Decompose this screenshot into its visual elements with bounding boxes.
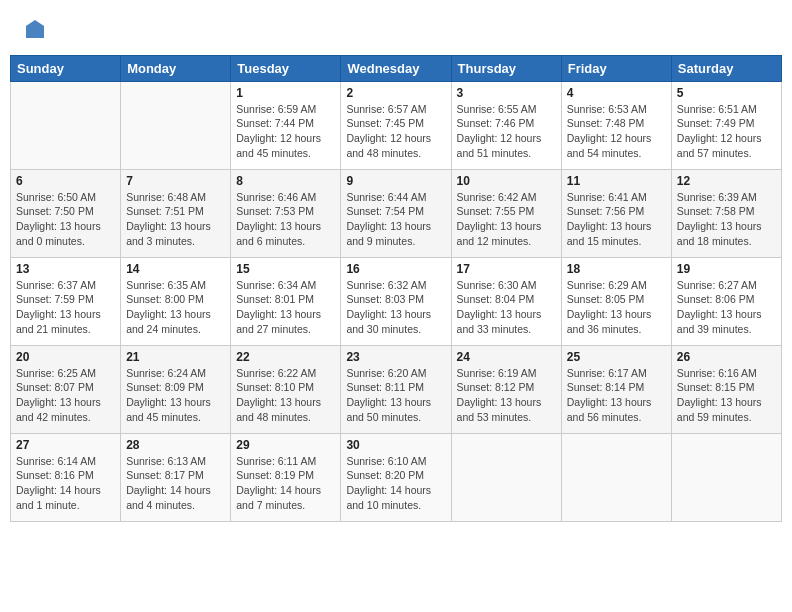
day-number: 25 — [567, 350, 666, 364]
calendar-cell: 18Sunrise: 6:29 AM Sunset: 8:05 PM Dayli… — [561, 257, 671, 345]
calendar-cell — [671, 433, 781, 521]
calendar-cell: 13Sunrise: 6:37 AM Sunset: 7:59 PM Dayli… — [11, 257, 121, 345]
day-detail: Sunrise: 6:14 AM Sunset: 8:16 PM Dayligh… — [16, 454, 115, 513]
day-number: 14 — [126, 262, 225, 276]
day-number: 29 — [236, 438, 335, 452]
day-detail: Sunrise: 6:20 AM Sunset: 8:11 PM Dayligh… — [346, 366, 445, 425]
day-number: 2 — [346, 86, 445, 100]
day-number: 13 — [16, 262, 115, 276]
day-number: 15 — [236, 262, 335, 276]
calendar-cell — [11, 81, 121, 169]
day-detail: Sunrise: 6:17 AM Sunset: 8:14 PM Dayligh… — [567, 366, 666, 425]
day-number: 23 — [346, 350, 445, 364]
calendar-cell: 20Sunrise: 6:25 AM Sunset: 8:07 PM Dayli… — [11, 345, 121, 433]
calendar-cell: 26Sunrise: 6:16 AM Sunset: 8:15 PM Dayli… — [671, 345, 781, 433]
day-detail: Sunrise: 6:30 AM Sunset: 8:04 PM Dayligh… — [457, 278, 556, 337]
calendar-cell: 19Sunrise: 6:27 AM Sunset: 8:06 PM Dayli… — [671, 257, 781, 345]
day-detail: Sunrise: 6:42 AM Sunset: 7:55 PM Dayligh… — [457, 190, 556, 249]
day-number: 12 — [677, 174, 776, 188]
svg-marker-0 — [26, 20, 44, 38]
calendar-cell: 14Sunrise: 6:35 AM Sunset: 8:00 PM Dayli… — [121, 257, 231, 345]
weekday-header-thursday: Thursday — [451, 55, 561, 81]
weekday-header-friday: Friday — [561, 55, 671, 81]
day-detail: Sunrise: 6:55 AM Sunset: 7:46 PM Dayligh… — [457, 102, 556, 161]
calendar-week-4: 20Sunrise: 6:25 AM Sunset: 8:07 PM Dayli… — [11, 345, 782, 433]
calendar-cell: 10Sunrise: 6:42 AM Sunset: 7:55 PM Dayli… — [451, 169, 561, 257]
day-detail: Sunrise: 6:41 AM Sunset: 7:56 PM Dayligh… — [567, 190, 666, 249]
day-detail: Sunrise: 6:27 AM Sunset: 8:06 PM Dayligh… — [677, 278, 776, 337]
day-number: 7 — [126, 174, 225, 188]
calendar-cell: 27Sunrise: 6:14 AM Sunset: 8:16 PM Dayli… — [11, 433, 121, 521]
calendar-cell: 21Sunrise: 6:24 AM Sunset: 8:09 PM Dayli… — [121, 345, 231, 433]
calendar-week-5: 27Sunrise: 6:14 AM Sunset: 8:16 PM Dayli… — [11, 433, 782, 521]
calendar-table: SundayMondayTuesdayWednesdayThursdayFrid… — [10, 55, 782, 522]
calendar-cell: 2Sunrise: 6:57 AM Sunset: 7:45 PM Daylig… — [341, 81, 451, 169]
day-number: 18 — [567, 262, 666, 276]
calendar-cell: 17Sunrise: 6:30 AM Sunset: 8:04 PM Dayli… — [451, 257, 561, 345]
page-header — [10, 10, 782, 49]
day-detail: Sunrise: 6:25 AM Sunset: 8:07 PM Dayligh… — [16, 366, 115, 425]
weekday-header-sunday: Sunday — [11, 55, 121, 81]
calendar-cell: 24Sunrise: 6:19 AM Sunset: 8:12 PM Dayli… — [451, 345, 561, 433]
day-detail: Sunrise: 6:16 AM Sunset: 8:15 PM Dayligh… — [677, 366, 776, 425]
day-detail: Sunrise: 6:24 AM Sunset: 8:09 PM Dayligh… — [126, 366, 225, 425]
day-detail: Sunrise: 6:46 AM Sunset: 7:53 PM Dayligh… — [236, 190, 335, 249]
day-number: 24 — [457, 350, 556, 364]
day-number: 9 — [346, 174, 445, 188]
day-detail: Sunrise: 6:39 AM Sunset: 7:58 PM Dayligh… — [677, 190, 776, 249]
weekday-header-saturday: Saturday — [671, 55, 781, 81]
logo-icon — [24, 18, 46, 40]
calendar-week-2: 6Sunrise: 6:50 AM Sunset: 7:50 PM Daylig… — [11, 169, 782, 257]
calendar-cell — [451, 433, 561, 521]
calendar-cell: 15Sunrise: 6:34 AM Sunset: 8:01 PM Dayli… — [231, 257, 341, 345]
calendar-cell: 12Sunrise: 6:39 AM Sunset: 7:58 PM Dayli… — [671, 169, 781, 257]
day-detail: Sunrise: 6:11 AM Sunset: 8:19 PM Dayligh… — [236, 454, 335, 513]
day-detail: Sunrise: 6:44 AM Sunset: 7:54 PM Dayligh… — [346, 190, 445, 249]
calendar-cell: 11Sunrise: 6:41 AM Sunset: 7:56 PM Dayli… — [561, 169, 671, 257]
logo — [22, 18, 46, 45]
day-detail: Sunrise: 6:10 AM Sunset: 8:20 PM Dayligh… — [346, 454, 445, 513]
calendar-cell: 23Sunrise: 6:20 AM Sunset: 8:11 PM Dayli… — [341, 345, 451, 433]
calendar-header-row: SundayMondayTuesdayWednesdayThursdayFrid… — [11, 55, 782, 81]
day-number: 20 — [16, 350, 115, 364]
calendar-cell: 25Sunrise: 6:17 AM Sunset: 8:14 PM Dayli… — [561, 345, 671, 433]
day-number: 21 — [126, 350, 225, 364]
day-number: 4 — [567, 86, 666, 100]
calendar-cell: 30Sunrise: 6:10 AM Sunset: 8:20 PM Dayli… — [341, 433, 451, 521]
day-detail: Sunrise: 6:53 AM Sunset: 7:48 PM Dayligh… — [567, 102, 666, 161]
day-detail: Sunrise: 6:32 AM Sunset: 8:03 PM Dayligh… — [346, 278, 445, 337]
day-number: 3 — [457, 86, 556, 100]
day-number: 5 — [677, 86, 776, 100]
day-number: 27 — [16, 438, 115, 452]
day-number: 10 — [457, 174, 556, 188]
calendar-cell: 8Sunrise: 6:46 AM Sunset: 7:53 PM Daylig… — [231, 169, 341, 257]
day-detail: Sunrise: 6:50 AM Sunset: 7:50 PM Dayligh… — [16, 190, 115, 249]
day-detail: Sunrise: 6:57 AM Sunset: 7:45 PM Dayligh… — [346, 102, 445, 161]
calendar-cell: 5Sunrise: 6:51 AM Sunset: 7:49 PM Daylig… — [671, 81, 781, 169]
day-number: 19 — [677, 262, 776, 276]
calendar-cell: 1Sunrise: 6:59 AM Sunset: 7:44 PM Daylig… — [231, 81, 341, 169]
day-detail: Sunrise: 6:35 AM Sunset: 8:00 PM Dayligh… — [126, 278, 225, 337]
day-detail: Sunrise: 6:29 AM Sunset: 8:05 PM Dayligh… — [567, 278, 666, 337]
calendar-cell: 29Sunrise: 6:11 AM Sunset: 8:19 PM Dayli… — [231, 433, 341, 521]
day-number: 11 — [567, 174, 666, 188]
day-number: 16 — [346, 262, 445, 276]
calendar-week-1: 1Sunrise: 6:59 AM Sunset: 7:44 PM Daylig… — [11, 81, 782, 169]
weekday-header-wednesday: Wednesday — [341, 55, 451, 81]
day-number: 17 — [457, 262, 556, 276]
calendar-cell — [121, 81, 231, 169]
calendar-body: 1Sunrise: 6:59 AM Sunset: 7:44 PM Daylig… — [11, 81, 782, 521]
day-number: 1 — [236, 86, 335, 100]
day-number: 30 — [346, 438, 445, 452]
day-number: 8 — [236, 174, 335, 188]
calendar-cell: 4Sunrise: 6:53 AM Sunset: 7:48 PM Daylig… — [561, 81, 671, 169]
weekday-header-tuesday: Tuesday — [231, 55, 341, 81]
calendar-cell: 9Sunrise: 6:44 AM Sunset: 7:54 PM Daylig… — [341, 169, 451, 257]
calendar-cell: 7Sunrise: 6:48 AM Sunset: 7:51 PM Daylig… — [121, 169, 231, 257]
day-detail: Sunrise: 6:48 AM Sunset: 7:51 PM Dayligh… — [126, 190, 225, 249]
day-detail: Sunrise: 6:34 AM Sunset: 8:01 PM Dayligh… — [236, 278, 335, 337]
day-detail: Sunrise: 6:37 AM Sunset: 7:59 PM Dayligh… — [16, 278, 115, 337]
calendar-cell: 6Sunrise: 6:50 AM Sunset: 7:50 PM Daylig… — [11, 169, 121, 257]
day-detail: Sunrise: 6:13 AM Sunset: 8:17 PM Dayligh… — [126, 454, 225, 513]
day-detail: Sunrise: 6:22 AM Sunset: 8:10 PM Dayligh… — [236, 366, 335, 425]
